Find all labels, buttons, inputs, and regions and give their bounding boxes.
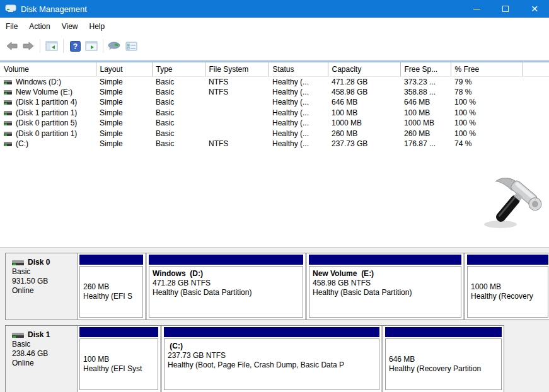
- cell-percent_free: 79 %: [451, 76, 523, 87]
- help-icon[interactable]: ?: [67, 38, 83, 54]
- disk-row-1: Disk 1Basic238.46 GBOnline100 MBHealthy …: [5, 325, 504, 392]
- column-header-Status[interactable]: Status: [269, 62, 328, 76]
- cell-capacity: 646 MB: [328, 97, 400, 108]
- partition-detail: Healthy (EFI S: [83, 292, 139, 301]
- volume-row[interactable]: (Disk 0 partition 5)SimpleBasicHealthy (…: [0, 118, 549, 129]
- volume-row[interactable]: Windows (D:)SimpleBasicNTFSHealthy (...4…: [0, 76, 549, 87]
- cell-percent_free: 100 %: [451, 108, 523, 118]
- volume-row[interactable]: (Disk 1 partition 1)SimpleBasicHealthy (…: [0, 108, 549, 118]
- volume-icon: [4, 121, 12, 125]
- partition-detail: 646 MB: [389, 355, 498, 364]
- cell-percent_free: 78 %: [451, 87, 523, 98]
- volume-row[interactable]: (Disk 1 partition 4)SimpleBasicHealthy (…: [0, 97, 549, 108]
- partition-info: (C:)237.73 GB NTFSHealthy (Boot, Page Fi…: [164, 338, 379, 390]
- column-header-Capacity[interactable]: Capacity: [328, 62, 400, 76]
- disk-label-0[interactable]: Disk 0Basic931.50 GBOnline: [6, 253, 78, 320]
- cell-percent_free: 100 %: [451, 118, 523, 129]
- cell-status: Healthy (...: [269, 108, 328, 118]
- cell-free_space: 176.87 ...: [400, 139, 451, 149]
- cell-type: Basic: [152, 76, 205, 87]
- partition-detail: 458.98 GB NTFS: [313, 279, 458, 288]
- partition-info: 100 MBHealthy (EFI Syst: [79, 338, 158, 390]
- cell-volume: (C:): [0, 139, 96, 149]
- cell-type: Basic: [152, 97, 205, 108]
- cell-filler: [523, 76, 549, 87]
- cell-volume: Windows (D:): [0, 76, 96, 87]
- toolbar-separator: [40, 39, 40, 53]
- show-window-icon[interactable]: [83, 38, 100, 54]
- menu-view[interactable]: View: [56, 18, 84, 36]
- volume-row[interactable]: (Disk 0 partition 1)SimpleBasicHealthy (…: [0, 129, 549, 139]
- menu-help[interactable]: Help: [84, 18, 111, 36]
- partition-detail: 1000 MB: [471, 282, 545, 292]
- disk-status: Online: [12, 359, 76, 368]
- app-icon: [5, 4, 16, 13]
- partition-block[interactable]: 260 MBHealthy (EFI S: [78, 253, 147, 320]
- menu-file[interactable]: File: [0, 18, 23, 36]
- partition-status-bar: [309, 255, 461, 265]
- partition-block[interactable]: New Volume (E:)458.98 GB NTFSHealthy (Ba…: [307, 253, 465, 320]
- cell-status: Healthy (...: [269, 97, 328, 108]
- cell-percent_free: 74 %: [451, 139, 523, 149]
- partition-block[interactable]: 1000 MBHealthy (Recovery: [465, 253, 549, 320]
- cell-volume: (Disk 1 partition 4): [0, 97, 96, 108]
- volume-icon: [4, 90, 12, 95]
- partition-info: 646 MBHealthy (Recovery Partition: [385, 338, 502, 390]
- volume-row[interactable]: New Volume (E:)SimpleBasicNTFSHealthy (.…: [0, 87, 549, 98]
- partition-detail: 237.73 GB NTFS: [168, 351, 376, 360]
- partition-block[interactable]: 646 MBHealthy (Recovery Partition: [383, 326, 504, 392]
- partition-block[interactable]: Windows (D:)471.28 GB NTFSHealthy (Basic…: [147, 253, 307, 320]
- cell-free_space: 260 MB: [400, 129, 451, 139]
- menu-action[interactable]: Action: [23, 18, 55, 36]
- cell-type: Basic: [152, 108, 205, 118]
- cell-type: Basic: [152, 87, 205, 98]
- menu-bar: File Action View Help: [0, 18, 549, 36]
- cell-filler: [523, 97, 549, 108]
- back-icon[interactable]: [4, 38, 20, 54]
- cell-capacity: 100 MB: [328, 108, 400, 118]
- column-header-File System[interactable]: File System: [205, 62, 269, 76]
- hammer-cursor-icon: [477, 178, 546, 234]
- column-header-Free Sp...[interactable]: Free Sp...: [400, 62, 451, 76]
- action-pane-icon[interactable]: [107, 38, 123, 54]
- cell-filler: [523, 118, 549, 129]
- title-bar: Disk Management ✕: [0, 0, 549, 18]
- cell-status: Healthy (...: [269, 129, 328, 139]
- column-header-Volume[interactable]: Volume: [0, 62, 96, 76]
- volume-icon: [4, 100, 12, 105]
- partition-info: 260 MBHealthy (EFI S: [79, 266, 143, 318]
- partition-name: (C:): [168, 342, 376, 351]
- cell-file_system: NTFS: [205, 87, 269, 98]
- properties-icon[interactable]: [123, 38, 139, 54]
- partition-detail: Healthy (Basic Data Partition): [313, 288, 458, 297]
- column-header-Type[interactable]: Type: [152, 62, 205, 76]
- partition-info: Windows (D:)471.28 GB NTFSHealthy (Basic…: [149, 266, 303, 318]
- disk-name: Disk 0: [28, 258, 50, 267]
- cell-free_space: 373.23 ...: [400, 76, 451, 87]
- cell-layout: Simple: [96, 139, 152, 149]
- partition-detail: Healthy (Recovery: [471, 292, 545, 301]
- cell-file_system: [205, 97, 269, 108]
- forward-icon[interactable]: [20, 38, 37, 54]
- cell-file_system: NTFS: [205, 139, 269, 149]
- column-header-Layout[interactable]: Layout: [96, 62, 152, 76]
- disk-row-0: Disk 0Basic931.50 GBOnline260 MBHealthy …: [5, 253, 549, 320]
- partition-block[interactable]: (C:)237.73 GB NTFSHealthy (Boot, Page Fi…: [162, 326, 383, 392]
- close-button[interactable]: ✕: [520, 0, 549, 18]
- cell-status: Healthy (...: [269, 76, 328, 87]
- toolbar-separator: [103, 39, 103, 53]
- partition-status-bar: [79, 255, 143, 265]
- disk-label-1[interactable]: Disk 1Basic238.46 GBOnline: [6, 326, 78, 392]
- maximize-button[interactable]: [491, 0, 520, 18]
- partition-block[interactable]: 100 MBHealthy (EFI Syst: [78, 326, 162, 392]
- cell-capacity: 260 MB: [328, 129, 400, 139]
- column-header-% Free[interactable]: % Free: [451, 62, 523, 76]
- disk-name: Disk 1: [28, 330, 50, 340]
- minimize-button[interactable]: [462, 0, 491, 18]
- toolbar: ?: [0, 36, 549, 56]
- partition-info: New Volume (E:)458.98 GB NTFSHealthy (Ba…: [309, 266, 461, 318]
- console-tree-icon[interactable]: [43, 38, 60, 54]
- cell-capacity: 471.28 GB: [328, 76, 400, 87]
- volume-row[interactable]: (C:)SimpleBasicNTFSHealthy (...237.73 GB…: [0, 139, 549, 149]
- partition-detail: Healthy (Boot, Page File, Crash Dump, Ba…: [168, 360, 376, 370]
